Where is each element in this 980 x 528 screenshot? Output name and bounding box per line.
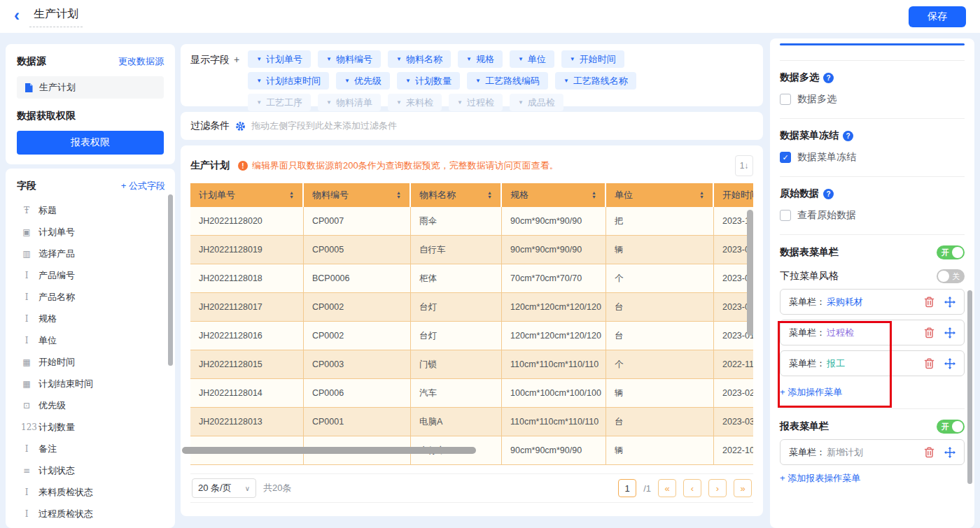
display-field-chip[interactable]: ▼计划数量 (397, 72, 460, 90)
field-list-item[interactable]: I 产品编号 (17, 264, 165, 286)
field-list-item[interactable]: I 来料质检状态 (17, 481, 165, 503)
table-menubar-toggle-on[interactable]: 开 (937, 245, 965, 259)
display-field-chip-disabled: ▼工艺工序 (248, 94, 311, 111)
sort-arrows-icon[interactable]: ▲▼ (396, 191, 401, 199)
field-list-item[interactable]: ▥ 选择产品 (17, 243, 165, 264)
chevron-down-icon: ▼ (518, 56, 524, 62)
table-row[interactable]: JH20221128013CP0001电脑A110cm*110cm*110/11… (190, 408, 753, 436)
move-icon[interactable] (944, 327, 955, 338)
help-icon[interactable]: ? (823, 73, 834, 83)
field-list-item[interactable]: Ŧ 标题 (17, 199, 165, 221)
display-field-chip[interactable]: ▼物料名称 (388, 50, 451, 68)
display-field-chip[interactable]: ▼开始时间 (561, 50, 624, 68)
table-header-cell[interactable]: 物料名称▲▼ (411, 183, 502, 207)
current-page-box[interactable]: 1 (618, 479, 636, 497)
prev-page-button[interactable]: ‹ (683, 479, 701, 497)
checkbox-unchecked[interactable] (780, 210, 791, 221)
raw-data-checkbox-row[interactable]: 查看原始数据 (780, 209, 965, 222)
table-menu-items: 菜单栏： 采购耗材 菜单栏： 过程检 (780, 289, 965, 376)
freeze-checkbox-row[interactable]: ✓ 数据菜单冻结 (780, 151, 965, 164)
table-row[interactable]: JH20221128014CP0006汽车100cm*100cm*100/100… (190, 379, 753, 408)
display-field-chip[interactable]: ▼工艺路线名称 (555, 72, 636, 90)
table-row[interactable]: JH20221128020CP0007雨伞90cm*90cm*90/90把202… (190, 207, 753, 236)
menu-item-prefix: 菜单栏： (789, 296, 825, 308)
change-datasource-link[interactable]: 更改数据源 (118, 55, 164, 68)
move-icon[interactable] (944, 297, 955, 308)
settings-scrollbar[interactable] (967, 290, 972, 484)
section-table-menubar: 数据表菜单栏 开 下拉菜单风格 关 菜单栏： 采购耗材 (780, 235, 965, 408)
add-display-field-icon[interactable]: + (234, 54, 239, 65)
checkbox-checked[interactable]: ✓ (780, 152, 791, 163)
sort-arrows-icon[interactable]: ▲▼ (487, 191, 492, 199)
field-list-item[interactable]: I 规格 (17, 308, 165, 329)
save-button[interactable]: 保存 (909, 6, 966, 27)
fields-scrollbar[interactable] (168, 194, 173, 366)
table-row[interactable]: JH20221128016CP0002台灯120cm*120cm*120/120… (190, 322, 753, 350)
table-horizontal-scrollbar[interactable] (182, 447, 476, 454)
help-icon[interactable]: ? (823, 189, 834, 199)
move-icon[interactable] (944, 358, 955, 369)
add-report-menu-link[interactable]: + 添加报表操作菜单 (780, 472, 860, 485)
page-size-select[interactable]: 20 条/页 ∨ (192, 478, 256, 498)
trash-icon[interactable] (924, 447, 934, 458)
field-list-item[interactable]: I 过程质检状态 (17, 503, 165, 525)
add-action-menu-link[interactable]: + 添加操作菜单 (780, 386, 842, 399)
table-header-cell[interactable]: 单位▲▼ (606, 183, 714, 207)
next-page-button[interactable]: › (708, 479, 727, 497)
menu-item-name-link[interactable]: 采购耗材 (827, 296, 863, 308)
trash-icon[interactable] (924, 358, 934, 369)
table-header-cell[interactable]: 开始时间▲▼ (714, 183, 753, 207)
field-list: Ŧ 标题 ▣ 计划单号 ▥ 选择产品 I 产品编号 I 产品名称 (17, 199, 165, 525)
help-icon[interactable]: ? (843, 131, 853, 141)
dropdown-style-toggle-off[interactable]: 关 (937, 269, 965, 283)
page-title[interactable]: 生产计划 (29, 6, 83, 27)
field-list-item[interactable]: ⊡ 优先级 (17, 394, 165, 416)
display-field-chip[interactable]: ▼规格 (458, 50, 503, 68)
field-list-item[interactable]: ▣ 计划单号 (17, 221, 165, 243)
field-type-icon: I (21, 292, 32, 302)
last-page-button[interactable]: » (734, 479, 752, 497)
sort-arrows-icon[interactable]: ▲▼ (699, 191, 704, 199)
sort-order-icon[interactable]: 1↓ (735, 155, 753, 176)
field-list-item[interactable]: I 产品名称 (17, 286, 165, 308)
gear-icon[interactable] (235, 121, 246, 131)
table-row[interactable]: JH20221128018BCP0006柜体70cm*70cm*70/70个20… (190, 264, 753, 293)
table-header-cell[interactable]: 计划单号▲▼ (190, 183, 304, 207)
table-row[interactable]: JH20221128017CP0002台灯120cm*120cm*120/120… (190, 293, 753, 322)
multiselect-title: 数据多选 (780, 71, 819, 84)
trash-icon[interactable] (924, 297, 934, 308)
table-header-cell[interactable]: 规格▲▼ (502, 183, 606, 207)
display-field-chip[interactable]: ▼计划结束时间 (248, 72, 329, 90)
field-list-item[interactable]: 123 计划数量 (17, 416, 165, 438)
field-list-item[interactable]: ▦ 开始时间 (17, 351, 165, 373)
display-field-chip[interactable]: ▼物料编号 (318, 50, 381, 68)
report-menubar-toggle-on[interactable]: 开 (937, 420, 965, 434)
multiselect-checkbox-row[interactable]: 数据多选 (780, 93, 965, 106)
report-permission-button[interactable]: 报表权限 (17, 131, 164, 155)
field-list-item[interactable]: I 备注 (17, 438, 165, 459)
menu-item-name-link[interactable]: 过程检 (827, 327, 854, 339)
menu-item-name-link[interactable]: 新增计划 (827, 446, 863, 459)
table-vertical-scrollbar[interactable] (747, 210, 753, 336)
checkbox-unchecked[interactable] (780, 94, 791, 105)
field-list-item[interactable]: ▦ 计划结束时间 (17, 373, 165, 394)
table-header-cell[interactable]: 物料编号▲▼ (304, 183, 411, 207)
display-field-chip[interactable]: ▼工艺路线编码 (467, 72, 548, 90)
chevron-down-icon: ▼ (396, 56, 402, 62)
move-icon[interactable] (944, 447, 955, 458)
back-icon[interactable]: ‹ (14, 7, 20, 24)
table-row[interactable]: JH20221128015CP0003门锁110cm*110cm*110/110… (190, 350, 753, 379)
display-field-chip[interactable]: ▼单位 (510, 50, 554, 68)
field-list-item[interactable]: ≡ 计划状态 (17, 459, 165, 481)
first-page-button[interactable]: « (658, 479, 676, 497)
trash-icon[interactable] (924, 327, 934, 338)
display-field-chip[interactable]: ▼计划单号 (248, 50, 311, 68)
sort-arrows-icon[interactable]: ▲▼ (592, 191, 596, 199)
display-field-chip[interactable]: ▼优先级 (336, 72, 390, 90)
datasource-item[interactable]: 生产计划 (17, 76, 164, 99)
sort-arrows-icon[interactable]: ▲▼ (289, 191, 294, 199)
field-list-item[interactable]: I 单位 (17, 329, 165, 351)
table-row[interactable]: JH20221128019CP0005自行车90cm*90cm*90/90辆20… (190, 236, 753, 264)
formula-field-link[interactable]: + 公式字段 (121, 180, 165, 192)
menu-item-name-link[interactable]: 报工 (827, 357, 845, 370)
